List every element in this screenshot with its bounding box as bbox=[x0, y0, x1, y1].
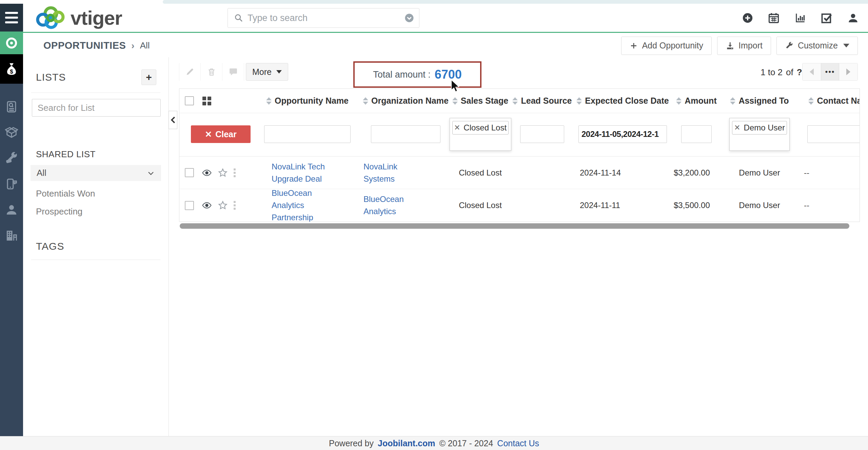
user-profile-icon[interactable] bbox=[847, 12, 859, 24]
pagination-range: 1 to 2 of ? bbox=[761, 67, 802, 78]
organization-name-link[interactable]: BlueOcean Analytics bbox=[363, 193, 430, 218]
sort-icon[interactable] bbox=[512, 97, 518, 105]
add-opportunity-button[interactable]: Add Opportunity bbox=[621, 37, 712, 55]
vtiger-logo[interactable]: vtiger bbox=[35, 5, 122, 31]
sort-icon[interactable] bbox=[808, 97, 814, 105]
sort-icon[interactable] bbox=[676, 97, 682, 105]
add-list-button[interactable]: + bbox=[141, 69, 156, 85]
sort-icon[interactable] bbox=[576, 97, 582, 105]
sort-icon[interactable] bbox=[452, 97, 458, 105]
rail-item-target-icon[interactable] bbox=[0, 32, 23, 54]
row-checkbox[interactable] bbox=[185, 168, 194, 177]
svg-text:$: $ bbox=[10, 68, 13, 75]
rail-item-opportunities[interactable]: $ bbox=[0, 54, 23, 84]
column-header-expected-close-date[interactable]: Expected Close Date bbox=[574, 96, 671, 106]
caret-down-icon bbox=[276, 70, 282, 74]
contact-us-link[interactable]: Contact Us bbox=[497, 438, 539, 448]
sales-stage-filter-chip[interactable]: ✕ Closed Lost bbox=[452, 121, 509, 135]
opportunity-name-link[interactable]: NovaLink Tech Upgrade Deal bbox=[272, 161, 328, 185]
x-icon[interactable]: ✕ bbox=[454, 123, 460, 132]
rail-item-contacts[interactable] bbox=[0, 198, 23, 221]
x-icon[interactable]: ✕ bbox=[734, 123, 740, 132]
table-row[interactable]: NovaLink Tech Upgrade Deal NovaLink Syst… bbox=[179, 157, 860, 189]
row-menu-dots-icon[interactable] bbox=[234, 168, 236, 177]
column-header-assigned-to[interactable]: Assigned To bbox=[722, 96, 797, 106]
star-favorite-icon[interactable] bbox=[218, 168, 228, 178]
sales-stage-value: Closed Lost bbox=[459, 168, 502, 178]
global-search-input[interactable] bbox=[248, 13, 404, 23]
chevron-down-icon bbox=[147, 169, 155, 177]
rail-item-products[interactable] bbox=[0, 121, 23, 144]
filter-opportunity-name-input[interactable] bbox=[264, 125, 351, 143]
filter-sales-stage-multiselect[interactable]: ✕ Closed Lost bbox=[450, 118, 511, 151]
horizontal-scrollbar[interactable] bbox=[180, 223, 849, 229]
sort-icon[interactable] bbox=[363, 97, 368, 105]
column-header-contact-name[interactable]: Contact Name bbox=[797, 96, 860, 106]
tags-title: TAGS bbox=[36, 241, 169, 252]
comment-bubble-icon[interactable] bbox=[222, 63, 244, 81]
edit-pencil-icon[interactable] bbox=[179, 63, 201, 81]
filter-contact-name-input[interactable] bbox=[807, 125, 860, 143]
pagination-total-count[interactable]: ? bbox=[797, 67, 802, 78]
preview-eye-icon[interactable] bbox=[202, 200, 212, 210]
sort-icon[interactable] bbox=[266, 97, 272, 105]
more-button[interactable]: More bbox=[246, 63, 288, 81]
bar-chart-icon[interactable] bbox=[794, 12, 806, 24]
list-search-input[interactable] bbox=[32, 99, 161, 117]
column-header-organization-name[interactable]: Organization Name bbox=[361, 96, 451, 106]
pagination-next-button[interactable] bbox=[839, 63, 857, 80]
tasks-check-square-icon[interactable] bbox=[821, 12, 833, 24]
pagination-prev-button[interactable] bbox=[803, 63, 821, 80]
sort-icon[interactable] bbox=[730, 97, 735, 105]
filter-organization-name-input[interactable] bbox=[371, 125, 440, 143]
x-icon: ✕ bbox=[205, 129, 212, 139]
logo-wordmark: vtiger bbox=[71, 6, 122, 29]
clear-filters-button[interactable]: ✕ Clear bbox=[191, 125, 251, 143]
open-box-icon bbox=[5, 126, 18, 139]
preview-eye-icon[interactable] bbox=[202, 168, 212, 178]
star-favorite-icon[interactable] bbox=[218, 200, 228, 210]
divider bbox=[31, 260, 160, 260]
rail-item-organizations[interactable] bbox=[0, 224, 23, 247]
assigned-to-filter-chip[interactable]: ✕ Demo User bbox=[732, 121, 787, 135]
calendar-icon[interactable] bbox=[768, 12, 780, 24]
shared-list-select[interactable]: All bbox=[31, 165, 161, 181]
grid-view-icon[interactable] bbox=[202, 97, 211, 105]
breadcrumb-module[interactable]: OPPORTUNITIES bbox=[43, 40, 126, 51]
footer-brand-link[interactable]: Joobilant.com bbox=[378, 438, 435, 448]
filter-lead-source-input[interactable] bbox=[520, 125, 564, 143]
rail-item-quotes[interactable] bbox=[0, 95, 23, 118]
record-action-toolbar bbox=[179, 63, 244, 81]
quick-create-plus-icon[interactable] bbox=[742, 12, 753, 24]
sidebar-item-potentials-won[interactable]: Potentials Won bbox=[36, 188, 169, 199]
column-header-sales-stage[interactable]: Sales Stage bbox=[451, 96, 510, 106]
row-menu-dots-icon[interactable] bbox=[234, 201, 236, 210]
opportunity-name-link[interactable]: BlueOcean Analytics Partnership bbox=[272, 187, 328, 222]
rail-item-sms[interactable] bbox=[0, 172, 23, 196]
row-checkbox[interactable] bbox=[185, 201, 194, 210]
quote-document-icon bbox=[5, 100, 18, 113]
rail-item-services[interactable] bbox=[0, 147, 23, 170]
select-all-checkbox[interactable] bbox=[185, 96, 194, 105]
breadcrumb-view[interactable]: All bbox=[140, 40, 150, 51]
column-header-amount[interactable]: Amount bbox=[671, 96, 722, 106]
search-scope-chevron-icon[interactable] bbox=[404, 13, 414, 23]
sidebar-collapse-button[interactable] bbox=[169, 111, 177, 129]
browser-top-strip bbox=[163, 0, 868, 4]
pagination-ellipsis-button[interactable]: ••• bbox=[821, 63, 839, 80]
column-header-lead-source[interactable]: Lead Source bbox=[510, 96, 574, 106]
hamburger-menu-button[interactable] bbox=[0, 4, 23, 32]
customize-button[interactable]: Customize bbox=[776, 37, 858, 55]
sidebar-item-prospecting[interactable]: Prospecting bbox=[36, 206, 169, 217]
pagination-controls: ••• bbox=[802, 63, 858, 81]
filter-expected-close-date-input[interactable] bbox=[578, 125, 667, 143]
import-button[interactable]: Import bbox=[717, 37, 771, 55]
column-header-opportunity-name[interactable]: Opportunity Name bbox=[254, 96, 361, 106]
total-amount-value: 6700 bbox=[435, 67, 462, 82]
global-search[interactable] bbox=[228, 8, 419, 28]
filter-amount-input[interactable] bbox=[681, 125, 712, 143]
delete-trash-icon[interactable] bbox=[201, 63, 222, 81]
filter-assigned-to-multiselect[interactable]: ✕ Demo User bbox=[729, 118, 790, 151]
organization-name-link[interactable]: NovaLink Systems bbox=[363, 161, 430, 185]
table-row[interactable]: BlueOcean Analytics Partnership BlueOcea… bbox=[179, 189, 860, 222]
